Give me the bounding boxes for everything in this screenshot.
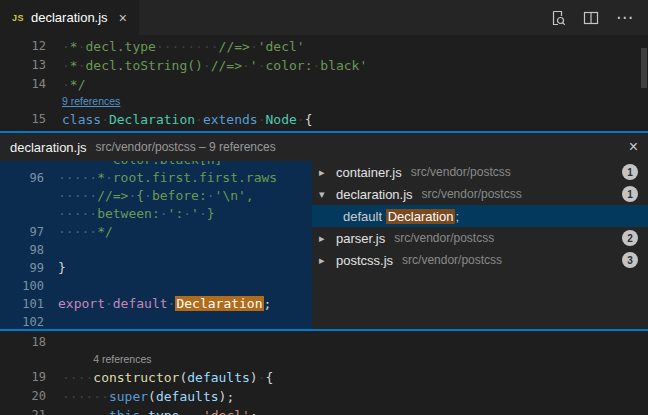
line-number: 13 <box>0 56 62 75</box>
code-line[interactable]: 100 <box>0 277 312 295</box>
code-line[interactable]: 12·*·decl.type········//=>·'decl' <box>0 37 648 56</box>
code-token: · <box>101 112 109 127</box>
line-content: ·····*/ <box>58 223 113 241</box>
line-content: class·Declaration·extends·Node·{ <box>62 110 312 129</box>
line-content: ·····between:·':·'·} <box>58 205 215 223</box>
code-token: ': <box>168 206 184 221</box>
line-number <box>0 161 58 169</box>
codelens-references-link[interactable]: 9 references <box>62 94 120 110</box>
chevron-right-icon[interactable]: ▸ <box>319 232 336 245</box>
code-line[interactable]: 98 <box>0 241 312 259</box>
reference-item-row[interactable]: default Declaration; <box>312 205 648 227</box>
code-line[interactable]: ·······color:black[n] <box>0 161 312 169</box>
editor-top: 12·*·decl.type········//=>·'decl'13·*·de… <box>0 35 648 131</box>
more-actions-icon[interactable]: ⋯ <box>616 9 633 26</box>
vscode-window: JS declaration.js × ⋯ 12·*·decl.type····… <box>0 0 648 415</box>
code-token: export <box>58 296 105 311</box>
file-path: src/vendor/postcss <box>402 253 502 267</box>
code-token: ; <box>250 408 258 415</box>
line-number <box>0 205 58 223</box>
code-token: · <box>160 206 168 221</box>
tab-declaration-js[interactable]: JS declaration.js × <box>0 0 139 35</box>
code-token: '\n', <box>215 188 254 203</box>
code-line[interactable]: 15class·Declaration·extends·Node·{ <box>0 110 648 129</box>
close-tab-icon[interactable]: × <box>119 10 127 26</box>
code-token: ····· <box>58 170 97 185</box>
code-line[interactable]: 20······super(defaults); <box>0 387 648 406</box>
editor-tab-bar: JS declaration.js × ⋯ <box>0 0 648 35</box>
codelens-row: 9 references <box>0 94 648 110</box>
match-highlight: Declaration <box>175 296 263 311</box>
file-name: declaration.js <box>336 187 413 202</box>
code-token: · <box>62 77 70 92</box>
code-token: * <box>70 58 78 73</box>
code-token: · <box>258 112 266 127</box>
line-content: ····constructor(defaults)·{ <box>62 368 273 387</box>
code-token: ( <box>148 389 156 404</box>
peek-code-preview: ·······color:black[n]96·····*·root.first… <box>0 161 312 329</box>
code-token: ); <box>219 389 235 404</box>
chevron-right-icon[interactable]: ▸ <box>319 166 336 179</box>
code-line[interactable]: 21······this.type·=·'decl'; <box>0 406 648 415</box>
code-line[interactable]: 99} <box>0 259 312 277</box>
reference-file-row[interactable]: ▸parser.jssrc/vendor/postcss2 <box>312 227 648 249</box>
open-preview-icon[interactable] <box>550 10 566 26</box>
code-token: this <box>109 408 140 415</box>
code-token: decl.type <box>85 39 155 54</box>
reference-file-row[interactable]: ▸container.jssrc/vendor/postcss1 <box>312 161 648 183</box>
code-token: ) <box>250 370 258 385</box>
code-line[interactable]: 96·····*·root.first.first.raws <box>0 169 312 187</box>
code-token: ······ <box>62 408 109 415</box>
code-line[interactable]: 101export·default·Declaration; <box>0 295 312 313</box>
line-content: export·default·Declaration; <box>58 295 271 313</box>
line-content: ·····//=>·{·before:·'\n', <box>58 187 254 205</box>
reference-file-row[interactable]: ▾declaration.jssrc/vendor/postcss1 <box>312 183 648 205</box>
code-token: · <box>250 39 258 54</box>
code-line[interactable]: 13·*·decl.toString()·//=>·'·color:·black… <box>0 56 648 75</box>
references-tree: ▸container.jssrc/vendor/postcss1▾declara… <box>312 161 648 329</box>
editor-actions: ⋯ <box>535 0 648 35</box>
code-token: ······ <box>62 389 109 404</box>
code-token: { <box>305 112 313 127</box>
line-content: ·······color:black[n] <box>58 161 222 169</box>
chevron-right-icon[interactable]: ▸ <box>319 254 336 267</box>
code-line[interactable]: 97·····*/ <box>0 223 312 241</box>
code-token: . <box>140 408 148 415</box>
code-line[interactable]: 102 <box>0 313 312 329</box>
code-line[interactable]: 19····constructor(defaults)·{ <box>0 368 648 387</box>
codelens-references-link[interactable]: 4 references <box>93 352 151 368</box>
code-token: · <box>195 408 203 415</box>
tab-bar-spacer <box>139 0 535 35</box>
code-token: · <box>242 58 250 73</box>
line-number <box>0 187 58 205</box>
code-token: */ <box>97 224 113 239</box>
file-path: src/vendor/postcss <box>394 231 494 245</box>
peek-header: declaration.js src/vendor/postcss – 9 re… <box>0 133 648 161</box>
code-token: between: <box>97 206 160 221</box>
chevron-down-icon[interactable]: ▾ <box>319 188 336 201</box>
code-token: ; <box>455 209 459 224</box>
close-peek-icon[interactable]: × <box>629 138 638 156</box>
code-line[interactable]: 18 <box>0 333 648 352</box>
code-token: default <box>113 296 168 311</box>
code-token: root.first.first.raws <box>113 170 277 185</box>
code-line[interactable]: ·····//=>·{·before:·'\n', <box>0 187 312 205</box>
code-line[interactable]: ·····between:·':·'·} <box>0 205 312 223</box>
code-line[interactable]: 14·*/ <box>0 75 648 94</box>
code-token: default <box>343 209 386 224</box>
editor-bottom: 184 references19····constructor(defaults… <box>0 331 648 415</box>
code-token: 'decl' <box>258 39 305 54</box>
line-number: 21 <box>0 406 62 415</box>
gutter-spacer <box>0 94 62 110</box>
reference-preview-text: default Declaration; <box>343 209 459 224</box>
code-token: · <box>195 112 203 127</box>
reference-count-badge: 1 <box>622 164 638 180</box>
split-editor-icon[interactable] <box>583 10 599 26</box>
line-content: ·····*·root.first.first.raws <box>58 169 277 187</box>
tab-label: declaration.js <box>31 10 108 25</box>
editor-scrollbar[interactable] <box>641 48 647 88</box>
gutter-spacer <box>0 352 62 368</box>
file-name: parser.js <box>336 231 385 246</box>
reference-file-row[interactable]: ▸postcss.jssrc/vendor/postcss3 <box>312 249 648 271</box>
peek-title: declaration.js <box>10 140 87 155</box>
